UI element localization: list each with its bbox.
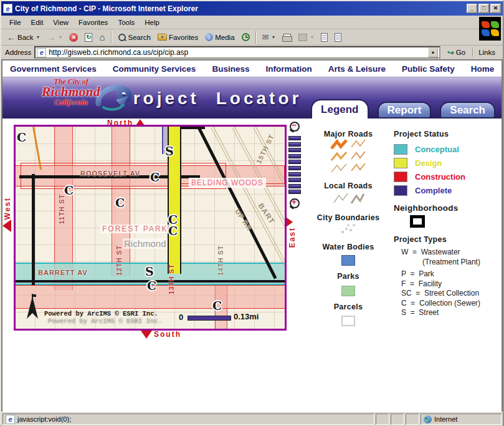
menu-item-view[interactable]: View	[49, 17, 73, 27]
status-zone-pane: Internet	[421, 414, 502, 425]
menu-item-file[interactable]: File	[5, 17, 26, 27]
status-swatch-design	[394, 158, 407, 168]
mail-dropdown-icon[interactable]: ▼	[271, 35, 275, 39]
main-area: North South West East − +	[2, 119, 502, 412]
media-icon: ♪	[205, 33, 213, 41]
refresh-button[interactable]: ↻	[82, 31, 95, 44]
pan-west-arrow-icon[interactable]	[2, 220, 11, 232]
parcels-title: Parcels	[308, 303, 389, 311]
zoom-controls: − +	[288, 121, 302, 213]
nav-item-government-services[interactable]: Government Services	[10, 64, 97, 74]
menu-item-edit[interactable]: Edit	[27, 17, 48, 27]
favorites-button[interactable]: ✦ Favorites	[155, 32, 201, 43]
address-input[interactable]	[49, 48, 426, 57]
logo-line3: California	[35, 99, 107, 107]
go-button[interactable]: ↪ Go	[444, 47, 469, 58]
edit-button[interactable]	[318, 31, 331, 44]
forward-button[interactable]: → ▼	[44, 31, 66, 44]
nav-item-community-services[interactable]: Community Services	[113, 64, 196, 74]
neighborhoods-symbol	[410, 215, 425, 228]
stop-button[interactable]: ✕	[66, 31, 81, 44]
menu-bar: FileEditViewFavoritesToolsHelp	[1, 16, 503, 29]
map-attribution-shadow: Powered by ArcIMS © ESRI Inc.	[48, 317, 162, 325]
city-boundaries-title: City Boundaries	[308, 213, 389, 222]
status-swatch-construction	[394, 172, 407, 182]
back-label: Back	[17, 34, 34, 41]
status-swatch-complete	[394, 185, 407, 196]
edit-document-icon	[321, 33, 328, 42]
status-message: javascript:void(0);	[17, 415, 71, 423]
project-types-title: Project Types	[394, 235, 503, 244]
fullscreen-dropdown-icon: ▼	[310, 35, 314, 39]
address-dropdown-icon[interactable]: ▼	[428, 47, 438, 57]
project-type-line: P = Park	[401, 269, 503, 279]
zoom-level-bar[interactable]	[288, 178, 301, 182]
neighborhood-boundary-north	[179, 127, 205, 129]
menu-item-favorites[interactable]: Favorites	[74, 17, 112, 27]
status-bar: e javascript:void(0); Internet	[1, 412, 503, 426]
zoom-level-bar[interactable]	[288, 148, 301, 152]
print-button[interactable]	[279, 32, 295, 43]
zoom-level-bars	[288, 136, 302, 194]
minimize-button[interactable]: _	[467, 4, 477, 13]
map-marker-c: C	[168, 225, 178, 237]
fullscreen-button[interactable]: ▼	[295, 32, 317, 43]
mail-button[interactable]: ✉ ▼	[259, 31, 279, 44]
media-button[interactable]: ♪ Media	[202, 31, 237, 43]
toolbar-separator	[111, 31, 112, 44]
nav-item-public-safety[interactable]: Public Safety	[402, 64, 455, 74]
neighborhoods-title: Neighborhoods	[394, 203, 503, 213]
tab-legend[interactable]: Legend	[311, 99, 368, 119]
zoom-level-bar[interactable]	[288, 190, 301, 194]
zoom-level-bar[interactable]	[288, 142, 301, 147]
home-button[interactable]: ⌂	[96, 30, 108, 44]
nav-item-arts-leisure[interactable]: Arts & Leisure	[328, 64, 386, 74]
city-logo: The City of Richmond California	[35, 78, 107, 107]
menu-item-tools[interactable]: Tools	[113, 17, 139, 27]
go-arrow-icon: ↪	[447, 48, 454, 57]
browser-window: e City of Richmond - CIP - Microsoft Int…	[0, 0, 504, 426]
search-button[interactable]: Search	[115, 31, 154, 44]
map[interactable]: ROOSEVELT AV BARRETT AV BELDING WOODS FO…	[14, 125, 287, 331]
project-status-list: ConceptualDesignConstructionComplete	[394, 142, 503, 197]
project-type-line: W = Wastewater	[401, 248, 503, 258]
history-button[interactable]	[239, 31, 253, 43]
maximize-button[interactable]: □	[478, 4, 489, 13]
tab-report[interactable]: Report	[378, 102, 432, 119]
menu-item-help[interactable]: Help	[140, 17, 164, 27]
back-button[interactable]: ← Back ▼	[4, 31, 44, 44]
nav-item-information[interactable]: Information	[265, 64, 311, 74]
zoom-level-bar[interactable]	[288, 154, 301, 158]
windows-logo-yellow	[491, 29, 499, 36]
west-label: West	[3, 197, 12, 220]
zoom-level-bar[interactable]	[288, 184, 301, 188]
address-bar: Address e ▼ ↪ Go Links	[1, 46, 503, 61]
discuss-button[interactable]	[331, 31, 345, 44]
zoom-level-bar[interactable]	[288, 136, 301, 140]
tab-search[interactable]: Search	[440, 102, 495, 119]
address-field: e ▼	[34, 46, 440, 59]
nav-item-home[interactable]: Home	[471, 64, 495, 74]
project-status-row-design: Design	[394, 156, 503, 170]
zoom-level-bar[interactable]	[288, 166, 301, 170]
links-button[interactable]: Links	[472, 48, 500, 57]
close-button[interactable]: ✕	[490, 4, 501, 13]
map-canvas[interactable]: ROOSEVELT AV BARRETT AV BELDING WOODS FO…	[16, 127, 285, 329]
forward-dropdown-icon[interactable]: ▼	[59, 35, 63, 39]
street-label-13th: 13TH ST	[168, 264, 175, 294]
project-status-row-conceptual: Conceptual	[394, 142, 503, 156]
zoom-out-button[interactable]: −	[288, 121, 301, 133]
status-label-design: Design	[415, 158, 442, 168]
back-dropdown-icon[interactable]: ▼	[36, 35, 40, 39]
mail-icon: ✉	[262, 32, 269, 42]
zoom-level-bar[interactable]	[288, 160, 301, 164]
nav-item-business[interactable]: Business	[212, 64, 249, 74]
barrett-label: BARRETT AV	[38, 269, 88, 276]
project-type-line: F = Facility	[401, 279, 503, 289]
scale-end: 0.13mi	[234, 312, 259, 321]
pan-south-arrow-icon[interactable]	[141, 331, 152, 339]
map-marker-c: C	[150, 172, 159, 183]
zoom-in-button[interactable]: +	[288, 198, 301, 210]
parcels-symbol	[308, 315, 389, 326]
zoom-level-bar[interactable]	[288, 172, 301, 177]
